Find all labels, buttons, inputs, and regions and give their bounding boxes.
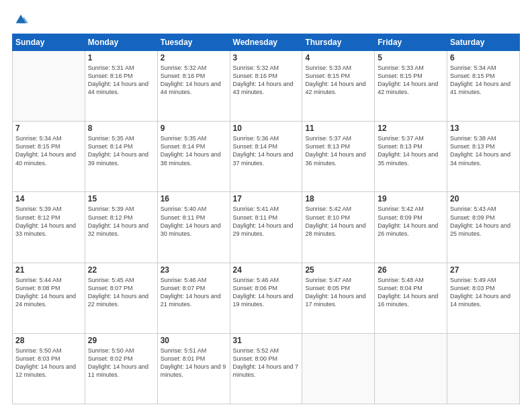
day-info: Sunrise: 5:34 AMSunset: 8:15 PMDaylight:… (15, 134, 82, 167)
day-number: 7 (15, 124, 82, 133)
calendar-body: 1Sunrise: 5:31 AMSunset: 8:16 PMDaylight… (13, 51, 520, 404)
day-number: 18 (305, 194, 371, 203)
calendar-cell: 22Sunrise: 5:45 AMSunset: 8:07 PMDayligh… (85, 263, 157, 333)
day-info: Sunrise: 5:46 AMSunset: 8:07 PMDaylight:… (161, 276, 227, 309)
calendar-cell (447, 333, 520, 404)
calendar-cell (302, 333, 375, 404)
calendar-cell: 12Sunrise: 5:37 AMSunset: 8:13 PMDayligh… (375, 122, 447, 192)
day-number: 3 (233, 53, 300, 62)
calendar-cell (375, 333, 447, 404)
day-info: Sunrise: 5:37 AMSunset: 8:13 PMDaylight:… (378, 134, 444, 167)
calendar-week-4: 28Sunrise: 5:50 AMSunset: 8:03 PMDayligh… (13, 333, 520, 404)
calendar-cell: 17Sunrise: 5:41 AMSunset: 8:11 PMDayligh… (230, 192, 302, 263)
calendar-cell: 26Sunrise: 5:48 AMSunset: 8:04 PMDayligh… (375, 263, 447, 333)
day-number: 17 (233, 194, 300, 203)
day-info: Sunrise: 5:35 AMSunset: 8:14 PMDaylight:… (161, 134, 227, 167)
calendar-week-2: 14Sunrise: 5:39 AMSunset: 8:12 PMDayligh… (13, 192, 520, 263)
calendar-cell: 30Sunrise: 5:51 AMSunset: 8:01 PMDayligh… (157, 333, 230, 404)
day-number: 6 (450, 53, 517, 62)
day-info: Sunrise: 5:38 AMSunset: 8:13 PMDaylight:… (450, 134, 517, 167)
day-number: 26 (378, 265, 444, 275)
day-info: Sunrise: 5:52 AMSunset: 8:00 PMDaylight:… (233, 347, 300, 379)
calendar-cell: 23Sunrise: 5:46 AMSunset: 8:07 PMDayligh… (157, 263, 230, 333)
day-info: Sunrise: 5:42 AMSunset: 8:10 PMDaylight:… (305, 205, 371, 238)
calendar-cell: 6Sunrise: 5:34 AMSunset: 8:15 PMDaylight… (447, 51, 520, 122)
day-info: Sunrise: 5:49 AMSunset: 8:03 PMDaylight:… (450, 276, 517, 309)
day-number: 12 (378, 124, 444, 133)
weekday-header-sunday: Sunday (13, 34, 85, 51)
day-info: Sunrise: 5:50 AMSunset: 8:03 PMDaylight:… (15, 347, 82, 379)
calendar-cell: 15Sunrise: 5:39 AMSunset: 8:12 PMDayligh… (85, 192, 157, 263)
weekday-header-tuesday: Tuesday (157, 34, 230, 51)
calendar-cell: 2Sunrise: 5:32 AMSunset: 8:16 PMDaylight… (157, 51, 230, 122)
calendar-cell: 5Sunrise: 5:33 AMSunset: 8:15 PMDaylight… (375, 51, 447, 122)
calendar-cell: 3Sunrise: 5:32 AMSunset: 8:16 PMDaylight… (230, 51, 302, 122)
day-number: 24 (233, 265, 300, 275)
day-info: Sunrise: 5:50 AMSunset: 8:02 PMDaylight:… (88, 347, 154, 379)
weekday-header-monday: Monday (85, 34, 157, 51)
day-number: 11 (305, 124, 371, 133)
day-info: Sunrise: 5:46 AMSunset: 8:06 PMDaylight:… (233, 276, 300, 309)
weekday-header-friday: Friday (375, 34, 447, 51)
header (12, 12, 520, 27)
day-number: 30 (161, 336, 227, 345)
calendar-cell: 24Sunrise: 5:46 AMSunset: 8:06 PMDayligh… (230, 263, 302, 333)
calendar-week-0: 1Sunrise: 5:31 AMSunset: 8:16 PMDaylight… (13, 51, 520, 122)
day-info: Sunrise: 5:32 AMSunset: 8:16 PMDaylight:… (161, 64, 227, 97)
day-info: Sunrise: 5:43 AMSunset: 8:09 PMDaylight:… (450, 205, 517, 238)
day-number: 25 (305, 265, 371, 275)
day-number: 20 (450, 194, 517, 203)
calendar-cell: 7Sunrise: 5:34 AMSunset: 8:15 PMDaylight… (13, 122, 85, 192)
calendar-cell: 27Sunrise: 5:49 AMSunset: 8:03 PMDayligh… (447, 263, 520, 333)
day-number: 16 (161, 194, 227, 203)
day-number: 21 (15, 265, 82, 275)
calendar-cell: 18Sunrise: 5:42 AMSunset: 8:10 PMDayligh… (302, 192, 375, 263)
day-info: Sunrise: 5:47 AMSunset: 8:05 PMDaylight:… (305, 276, 371, 309)
day-info: Sunrise: 5:33 AMSunset: 8:15 PMDaylight:… (378, 64, 444, 97)
calendar-cell: 8Sunrise: 5:35 AMSunset: 8:14 PMDaylight… (85, 122, 157, 192)
day-info: Sunrise: 5:32 AMSunset: 8:16 PMDaylight:… (233, 64, 300, 97)
day-info: Sunrise: 5:39 AMSunset: 8:12 PMDaylight:… (88, 205, 154, 238)
calendar-week-3: 21Sunrise: 5:44 AMSunset: 8:08 PMDayligh… (13, 263, 520, 333)
day-number: 1 (88, 53, 154, 62)
day-info: Sunrise: 5:45 AMSunset: 8:07 PMDaylight:… (88, 276, 154, 309)
calendar-cell: 11Sunrise: 5:37 AMSunset: 8:13 PMDayligh… (302, 122, 375, 192)
day-info: Sunrise: 5:48 AMSunset: 8:04 PMDaylight:… (378, 276, 444, 309)
day-number: 14 (15, 194, 82, 203)
calendar-header-row: SundayMondayTuesdayWednesdayThursdayFrid… (13, 34, 520, 51)
calendar-cell: 9Sunrise: 5:35 AMSunset: 8:14 PMDaylight… (157, 122, 230, 192)
day-number: 9 (161, 124, 227, 133)
day-number: 15 (88, 194, 154, 203)
day-number: 27 (450, 265, 517, 275)
day-info: Sunrise: 5:51 AMSunset: 8:01 PMDaylight:… (161, 347, 227, 379)
day-number: 28 (15, 336, 82, 345)
day-info: Sunrise: 5:33 AMSunset: 8:15 PMDaylight:… (305, 64, 371, 97)
weekday-header-wednesday: Wednesday (230, 34, 302, 51)
day-number: 13 (450, 124, 517, 133)
day-number: 31 (233, 336, 300, 345)
calendar-cell: 16Sunrise: 5:40 AMSunset: 8:11 PMDayligh… (157, 192, 230, 263)
day-number: 19 (378, 194, 444, 203)
day-number: 23 (161, 265, 227, 275)
calendar-cell: 25Sunrise: 5:47 AMSunset: 8:05 PMDayligh… (302, 263, 375, 333)
calendar-cell: 28Sunrise: 5:50 AMSunset: 8:03 PMDayligh… (13, 333, 85, 404)
day-number: 29 (88, 336, 154, 345)
day-number: 8 (88, 124, 154, 133)
calendar-cell: 21Sunrise: 5:44 AMSunset: 8:08 PMDayligh… (13, 263, 85, 333)
day-info: Sunrise: 5:37 AMSunset: 8:13 PMDaylight:… (305, 134, 371, 167)
day-info: Sunrise: 5:41 AMSunset: 8:11 PMDaylight:… (233, 205, 300, 238)
day-number: 5 (378, 53, 444, 62)
day-info: Sunrise: 5:40 AMSunset: 8:11 PMDaylight:… (161, 205, 227, 238)
logo (12, 12, 28, 27)
page: SundayMondayTuesdayWednesdayThursdayFrid… (0, 0, 532, 411)
day-number: 4 (305, 53, 371, 62)
calendar-table: SundayMondayTuesdayWednesdayThursdayFrid… (12, 34, 520, 404)
calendar-cell: 13Sunrise: 5:38 AMSunset: 8:13 PMDayligh… (447, 122, 520, 192)
day-info: Sunrise: 5:36 AMSunset: 8:14 PMDaylight:… (233, 134, 300, 167)
day-info: Sunrise: 5:44 AMSunset: 8:08 PMDaylight:… (15, 276, 82, 309)
day-info: Sunrise: 5:42 AMSunset: 8:09 PMDaylight:… (378, 205, 444, 238)
weekday-header-saturday: Saturday (447, 34, 520, 51)
calendar-cell: 20Sunrise: 5:43 AMSunset: 8:09 PMDayligh… (447, 192, 520, 263)
day-info: Sunrise: 5:31 AMSunset: 8:16 PMDaylight:… (88, 64, 154, 97)
calendar-cell: 1Sunrise: 5:31 AMSunset: 8:16 PMDaylight… (85, 51, 157, 122)
